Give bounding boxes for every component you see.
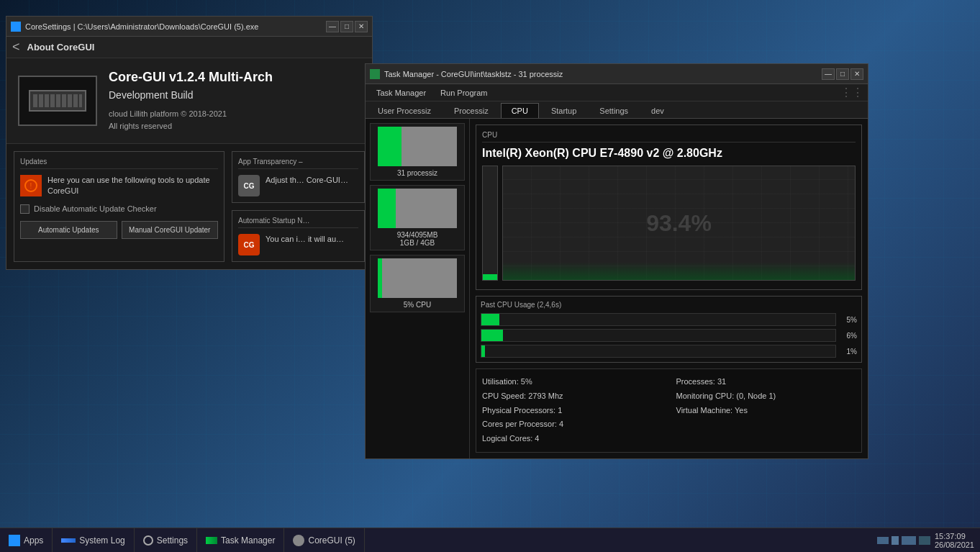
past-cpu-label: Past CPU Usage (2,4,6s) (481, 301, 857, 309)
maximize-button[interactable]: □ (340, 21, 353, 32)
stat-utilisation: Utilisation: 5% (482, 375, 662, 389)
stat-logical-cores: Logical Cores: 4 (482, 432, 662, 446)
tab-settings[interactable]: Settings (589, 103, 639, 118)
about-subtitle: Development Build (109, 89, 360, 101)
startup-panel-label: Automatic Startup N… (238, 217, 358, 228)
tm-grip-icon: ⋮⋮ (840, 86, 863, 99)
past-cpu-section: Past CPU Usage (2,4,6s) 5% 6 (476, 296, 862, 363)
taskmanager-app-icon (370, 69, 380, 79)
taskbar-task-manager[interactable]: Task Manager (197, 528, 284, 552)
cpu-stats: Utilisation: 5% CPU Speed: 2793 Mhz Phys… (476, 368, 862, 453)
tm-close-button[interactable]: ✕ (850, 68, 863, 80)
stat-cores-per-proc: Cores per Processor: 4 (482, 417, 662, 432)
taskbar-coregui[interactable]: CoreGUI (5) (284, 528, 364, 552)
right-panels: App Transparency – CG Adjust th… Core-GU… (232, 151, 365, 262)
past-cpu-bar-outer-3 (481, 345, 836, 358)
svg-text:!: ! (30, 182, 32, 190)
transparency-panel: App Transparency – CG Adjust th… Core-GU… (232, 151, 365, 203)
minimize-button[interactable]: — (326, 21, 339, 32)
cpu-left-bar (482, 166, 498, 281)
process-bar-fill (378, 127, 401, 166)
taskbar-right: 15:37:09 26/08/2021 (877, 532, 980, 549)
taskbar-date: 26/08/2021 (935, 540, 974, 549)
cpu-main-panel: CPU Intel(R) Xeon(R) CPU E7-4890 v2 @ 2.… (470, 119, 868, 458)
memory-bar-container (378, 189, 457, 228)
coresettings-titlebar-text: CoreSettings | C:\Users\Administrator\Do… (25, 22, 326, 31)
taskbar-settings[interactable]: Settings (135, 528, 197, 552)
taskbar-log-label: System Log (79, 535, 124, 546)
taskmanager-menubar: Task Manager Run Program ⋮⋮ (366, 84, 868, 101)
past-cpu-bar-inner-3 (481, 345, 485, 357)
manual-updater-button[interactable]: Manual CoreGUI Updater (122, 221, 219, 239)
sidebar-memory-chart[interactable]: 934/4095MB 1GB / 4GB (370, 185, 465, 250)
log-icon (61, 538, 76, 543)
cpu-stats-col-right: Processes: 31 Monitoring CPU: (0, Node 1… (676, 375, 856, 446)
cpu-section: CPU Intel(R) Xeon(R) CPU E7-4890 v2 @ 2.… (476, 125, 862, 290)
past-cpu-rows: 5% 6% 1% (481, 313, 857, 358)
memory-chart-label: 934/4095MB (397, 231, 438, 239)
nav-title: About CoreGUI (27, 42, 95, 53)
volume-icon (891, 536, 899, 545)
updates-description: Here you can use the following tools to … (47, 175, 218, 197)
cpu-graph-line (503, 262, 855, 280)
taskbar: Apps System Log Settings Task Manager Co… (0, 528, 980, 552)
past-cpu-bar-outer-2 (481, 329, 836, 342)
automatic-updates-button[interactable]: Automatic Updates (20, 221, 117, 239)
memory-bar-fill (378, 189, 396, 228)
updates-icon: ! (24, 178, 38, 193)
about-app-name: Core-GUI v1.2.4 Multi-Arch (109, 70, 360, 85)
transparency-icon: CG (238, 175, 260, 196)
past-cpu-bar-outer-1 (481, 313, 836, 326)
battery-icon (902, 536, 916, 545)
updates-info-row: ! Here you can use the following tools t… (20, 175, 218, 197)
tm-maximize-button[interactable]: □ (836, 68, 849, 80)
disable-autoupdate-label: Disable Automatic Update Checker (34, 204, 157, 213)
disable-autoupdate-checkbox[interactable] (20, 204, 30, 214)
monitor-icon (919, 536, 930, 545)
settings-icon (143, 535, 153, 546)
cpu-sidebar-chart-label: 5% CPU (404, 301, 431, 309)
process-bar-container (378, 127, 457, 166)
cpu-sidebar-bar-container (378, 258, 457, 298)
nav-back-button[interactable]: < (12, 40, 20, 55)
updates-panel: Updates ! Here you can use the following… (14, 151, 224, 262)
startup-panel: Automatic Startup N… CG You can i… it wi… (232, 210, 365, 262)
past-cpu-pct-2: 6% (839, 332, 857, 340)
coresettings-titlebar: CoreSettings | C:\Users\Administrator\Do… (6, 17, 372, 37)
menu-task-manager[interactable]: Task Manager (370, 86, 432, 99)
taskmanager-body: Task Manager Run Program ⋮⋮ User Process… (366, 84, 868, 458)
sidebar-process-chart[interactable]: 31 processiz (370, 123, 465, 181)
taskmanager-window: Task Manager - CoreGUI\int\tasklstz - 31… (365, 63, 868, 459)
cpu-chart-area: 93.4% (482, 166, 856, 281)
past-cpu-row-1: 5% (481, 313, 857, 326)
close-button[interactable]: ✕ (355, 21, 368, 32)
menu-run-program[interactable]: Run Program (434, 86, 494, 99)
coresettings-window: CoreSettings | C:\Users\Administrator\Do… (6, 16, 373, 270)
tab-user-processiz[interactable]: User Processiz (367, 103, 442, 118)
taskmanager-titlebar-text: Task Manager - CoreGUI\int\tasklstz - 31… (384, 70, 822, 78)
taskmanager-titlebar: Task Manager - CoreGUI\int\tasklstz - 31… (366, 64, 868, 84)
past-cpu-pct-3: 1% (839, 348, 857, 356)
taskbar-apps[interactable]: Apps (0, 528, 53, 552)
stat-physical-proc: Physical Processors: 1 (482, 404, 662, 418)
tab-processiz[interactable]: Processiz (443, 103, 499, 118)
tm-minimize-button[interactable]: — (822, 68, 835, 80)
updates-panel-label: Updates (20, 158, 218, 169)
tab-cpu[interactable]: CPU (501, 103, 539, 118)
transparency-description: Adjust th… Core-GUI… (266, 175, 348, 186)
tab-dev[interactable]: dev (640, 103, 675, 118)
cpu-stats-col-left: Utilisation: 5% CPU Speed: 2793 Mhz Phys… (482, 375, 662, 446)
cpu-section-label: CPU (482, 131, 856, 142)
about-copyright: cloud Lillith platform © 2018-2021 (109, 108, 360, 120)
startup-icon: CG (238, 234, 260, 255)
network-icon (877, 537, 889, 544)
taskmanager-content: 31 processiz 934/4095MB 1GB / 4GB 5% CPU (366, 119, 868, 458)
tab-startup[interactable]: Startup (540, 103, 587, 118)
past-cpu-bar-inner-2 (481, 330, 503, 341)
past-cpu-row-3: 1% (481, 345, 857, 358)
taskbar-system-log[interactable]: System Log (53, 528, 134, 552)
sidebar-cpu-chart[interactable]: 5% CPU (370, 255, 465, 312)
about-rights: All rights reserved (109, 120, 360, 132)
process-chart-label: 31 processiz (397, 169, 437, 177)
updates-icon-box: ! (20, 175, 42, 196)
